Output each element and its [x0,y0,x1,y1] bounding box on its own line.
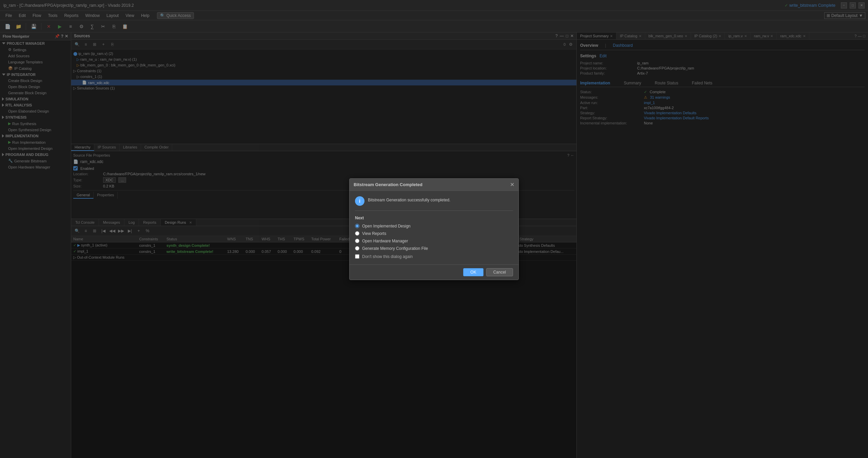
modal-header: Bitstream Generation Completed ✕ [350,179,518,191]
radio-open-hardware-manager[interactable] [355,239,359,243]
radio-view-reports[interactable] [355,231,359,236]
modal-option-view-reports[interactable]: View Reports [355,231,513,236]
radio-open-hardware-manager-label[interactable]: Open Hardware Manager [362,239,408,243]
dont-show-checkbox[interactable] [355,254,359,259]
modal-title: Bitstream Generation Completed [354,182,422,187]
radio-view-reports-label[interactable]: View Reports [362,231,386,236]
radio-generate-memory-config-label[interactable]: Generate Memory Configuration File [362,246,428,251]
modal-body: i Bitstream Generation successfully comp… [350,191,518,264]
info-icon-circle: i [355,196,364,206]
modal-ok-button[interactable]: OK [463,268,483,276]
modal-option-generate-memory-config[interactable]: Generate Memory Configuration File [355,246,513,251]
modal-cancel-button[interactable]: Cancel [486,268,513,276]
modal-option-open-hardware-manager[interactable]: Open Hardware Manager [355,239,513,243]
bitstream-complete-modal: Bitstream Generation Completed ✕ i Bitst… [349,178,519,280]
modal-close-button[interactable]: ✕ [510,181,514,188]
modal-option-open-implemented[interactable]: Open Implemented Design [355,224,513,228]
dont-show-label[interactable]: Don't show this dialog again [362,254,413,259]
modal-info-row: i Bitstream Generation successfully comp… [355,196,513,211]
radio-generate-memory-config[interactable] [355,246,359,251]
modal-footer: OK Cancel [350,264,518,280]
modal-next-label: Next [355,216,513,220]
radio-open-implemented-label[interactable]: Open Implemented Design [362,224,411,228]
radio-open-implemented[interactable] [355,224,359,228]
modal-info-text: Bitstream Generation successfully comple… [368,196,450,202]
modal-overlay: Bitstream Generation Completed ✕ i Bitst… [0,0,868,458]
modal-dont-show-row[interactable]: Don't show this dialog again [355,254,513,259]
